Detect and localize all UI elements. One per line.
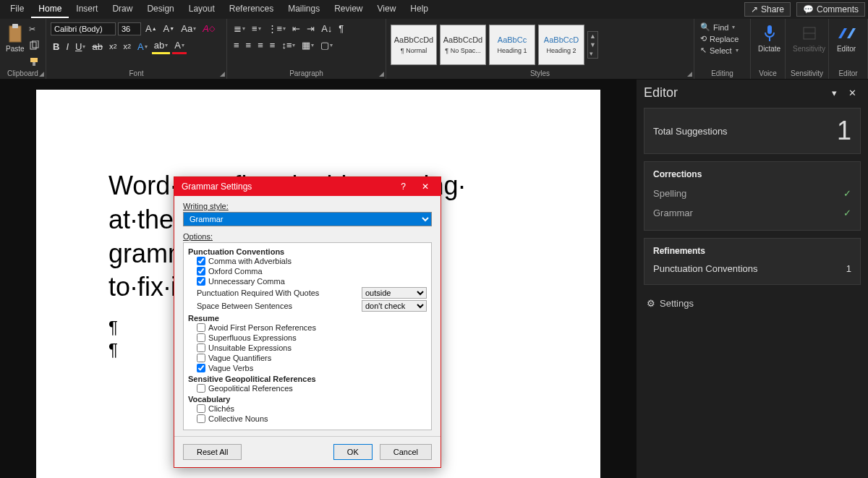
quotes-select[interactable]: outside: [362, 287, 427, 299]
menu-insert[interactable]: Insert: [69, 1, 105, 18]
increase-indent-icon[interactable]: ⇥: [305, 22, 317, 35]
find-button[interactable]: 🔍Find▾: [699, 22, 736, 33]
menu-layout[interactable]: Layout: [182, 1, 222, 18]
menu-view[interactable]: View: [370, 1, 404, 18]
style-heading2[interactable]: AaBbCcD Heading 2: [538, 25, 584, 65]
strike-icon[interactable]: ab: [90, 40, 104, 54]
menu-design[interactable]: Design: [140, 1, 181, 18]
text-effects-icon[interactable]: A▾: [135, 40, 150, 54]
styles-gallery-toggle[interactable]: ▲ ▼ ▾: [587, 31, 598, 59]
help-icon[interactable]: ?: [396, 182, 410, 192]
justify-icon[interactable]: ≡: [268, 38, 278, 52]
checkbox[interactable]: [197, 343, 205, 352]
opt-unsuitable[interactable]: Unsuitable Expressions: [197, 343, 427, 353]
increase-font-icon[interactable]: A▲: [143, 22, 159, 35]
multilevel-icon[interactable]: ⋮≡▾: [265, 22, 289, 35]
align-left-icon[interactable]: ≡: [231, 38, 242, 52]
select-button[interactable]: ↖Select▾: [699, 45, 740, 56]
menu-file[interactable]: File: [3, 1, 31, 18]
decrease-indent-icon[interactable]: ⇤: [290, 22, 302, 35]
menu-help[interactable]: Help: [403, 1, 435, 18]
ok-button[interactable]: OK: [333, 444, 373, 460]
change-case-icon[interactable]: Aa▾: [179, 22, 198, 35]
checkbox[interactable]: [197, 257, 205, 265]
bullets-icon[interactable]: ≣▾: [231, 22, 247, 35]
decrease-font-icon[interactable]: A▼: [161, 22, 177, 35]
font-color-icon[interactable]: A▾: [172, 38, 187, 54]
align-right-icon[interactable]: ≡: [255, 38, 265, 52]
italic-icon[interactable]: I: [64, 40, 71, 54]
opt-superfluous[interactable]: Superfluous Expressions: [197, 333, 427, 343]
font-size-select[interactable]: [118, 22, 141, 35]
opt-cliches[interactable]: Clichés: [197, 404, 427, 414]
copy-icon[interactable]: [29, 40, 41, 52]
style-heading1[interactable]: AaBbCc Heading 1: [489, 25, 535, 65]
total-suggestions-section[interactable]: Total Suggestions 1: [644, 108, 861, 154]
dialog-titlebar[interactable]: Grammar Settings ? ✕: [174, 177, 441, 196]
opt-unnecessary-comma[interactable]: Unnecessary Comma: [197, 276, 427, 286]
options-listbox[interactable]: Punctuation Conventions Comma with Adver…: [183, 242, 432, 430]
writing-style-select[interactable]: Grammar: [183, 212, 432, 226]
borders-icon[interactable]: ▢▾: [318, 38, 335, 52]
paragraph-launcher-icon[interactable]: ◢: [379, 70, 384, 77]
font-launcher-icon[interactable]: ◢: [220, 70, 225, 77]
checkbox[interactable]: [197, 267, 205, 276]
sensitivity-button[interactable]: Sensitivity: [790, 22, 828, 54]
align-center-icon[interactable]: ≡: [244, 38, 254, 52]
format-painter-icon[interactable]: [29, 56, 41, 68]
shading-icon[interactable]: ▦▾: [299, 38, 316, 52]
menu-home[interactable]: Home: [31, 1, 69, 18]
menu-review[interactable]: Review: [327, 1, 370, 18]
superscript-icon[interactable]: x2: [121, 40, 133, 52]
checkbox[interactable]: [197, 333, 205, 342]
opt-oxford-comma[interactable]: Oxford Comma: [197, 266, 427, 276]
opt-comma-adverbials[interactable]: Comma with Adverbials: [197, 256, 427, 266]
checkbox[interactable]: [197, 414, 205, 423]
bold-icon[interactable]: B: [51, 40, 61, 54]
checkbox[interactable]: [197, 277, 205, 286]
chevron-down-icon[interactable]: ▾: [827, 88, 841, 98]
checkbox[interactable]: [197, 404, 205, 413]
opt-geo-refs[interactable]: Geopolitical References: [197, 383, 427, 393]
opt-vague-verbs[interactable]: Vague Verbs: [197, 363, 427, 373]
editor-button[interactable]: Editor: [833, 22, 859, 54]
dictate-button[interactable]: Dictate: [755, 22, 783, 54]
paste-button[interactable]: Paste: [4, 22, 26, 54]
numbering-icon[interactable]: ≡▾: [250, 22, 263, 35]
font-name-select[interactable]: [51, 22, 116, 35]
styles-launcher-icon[interactable]: ◢: [687, 70, 692, 77]
space-select[interactable]: don't check: [362, 300, 427, 312]
checkbox[interactable]: [197, 384, 205, 393]
share-button[interactable]: ↗ Share: [744, 2, 791, 17]
show-marks-icon[interactable]: ¶: [336, 22, 346, 35]
subscript-icon[interactable]: x2: [107, 40, 119, 52]
checkbox[interactable]: [197, 364, 205, 372]
checkbox[interactable]: [197, 323, 205, 332]
checkbox[interactable]: [197, 354, 205, 362]
comments-button[interactable]: 💬 Comments: [796, 2, 865, 17]
menu-draw[interactable]: Draw: [105, 1, 140, 18]
sort-icon[interactable]: A↓: [319, 22, 334, 35]
editor-settings-button[interactable]: ⚙ Settings: [644, 292, 861, 315]
close-icon[interactable]: ✕: [417, 182, 433, 192]
highlight-icon[interactable]: ab▾: [152, 38, 170, 54]
opt-first-person[interactable]: Avoid First Person References: [197, 323, 427, 333]
replace-button[interactable]: ⟲Replace: [699, 33, 740, 44]
menu-references[interactable]: References: [222, 1, 281, 18]
clipboard-launcher-icon[interactable]: ◢: [39, 70, 44, 77]
reset-all-button[interactable]: Reset All: [183, 444, 242, 460]
underline-icon[interactable]: U▾: [73, 40, 88, 54]
punctuation-conventions-row[interactable]: Punctuation Conventions 1: [653, 260, 851, 277]
style-nospacing[interactable]: AaBbCcDd ¶ No Spac...: [440, 25, 486, 65]
cut-icon[interactable]: ✂: [29, 25, 41, 36]
opt-vague-quant[interactable]: Vague Quantifiers: [197, 353, 427, 363]
spelling-row[interactable]: Spelling ✓: [653, 184, 851, 203]
grammar-row[interactable]: Grammar ✓: [653, 203, 851, 223]
close-icon[interactable]: ✕: [844, 88, 861, 98]
opt-collective-nouns[interactable]: Collective Nouns: [197, 414, 427, 424]
clear-format-icon[interactable]: A◇: [200, 22, 217, 35]
style-normal[interactable]: AaBbCcDd ¶ Normal: [391, 25, 437, 65]
line-spacing-icon[interactable]: ↕≡▾: [279, 38, 297, 52]
cancel-button[interactable]: Cancel: [380, 444, 432, 460]
menu-mailings[interactable]: Mailings: [281, 1, 327, 18]
